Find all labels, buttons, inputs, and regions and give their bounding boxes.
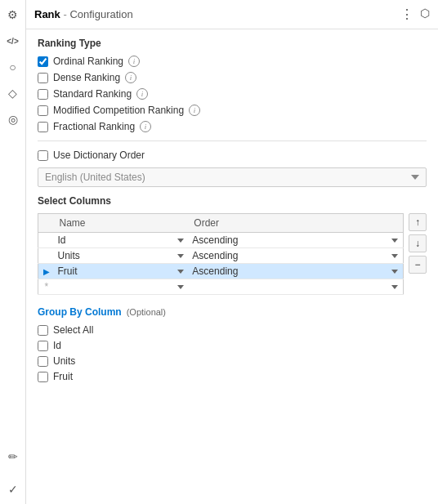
divider-1 [38,140,427,141]
ranking-checkbox-fractional[interactable] [38,122,48,132]
move-down-button[interactable]: ↓ [409,234,427,252]
group-by-item-gb-fruit: Fruit [38,371,427,382]
optional-label: (Optional) [127,307,166,317]
group-by-item-gb-id: Id [38,340,427,351]
info-icon-fractional[interactable]: i [140,121,151,132]
group-by-item-gb-units: Units [38,355,427,367]
col-order-select-2[interactable]: Ascending [192,265,400,277]
col-name-select-0[interactable]: Id [58,234,186,246]
select-columns-section: Select Columns Name Order IdAscendingUni… [38,195,427,295]
select-columns-label: Select Columns [38,195,427,207]
table-row-empty: * [38,279,404,295]
title-text: Rank - Configuration [34,8,133,20]
table-row[interactable]: IdAscending [38,233,404,248]
columns-wrapper: Name Order IdAscendingUnitsAscending▶Fru… [38,213,427,295]
group-by-label-gb-id: Id [53,340,61,351]
ranking-checkbox-ordinal[interactable] [38,56,48,67]
ranking-label-dense: Dense Ranking [53,72,120,83]
group-by-title: Group By Column [38,306,122,318]
table-row[interactable]: ▶FruitAscending [38,264,404,279]
th-order: Order [189,214,403,233]
tag-icon[interactable]: ◇ [5,85,21,101]
move-up-button[interactable]: ↑ [409,213,427,231]
columns-table: Name Order IdAscendingUnitsAscending▶Fru… [38,213,404,295]
ranking-option-ordinal: Ordinal Rankingi [38,56,427,67]
ranking-label-ordinal: Ordinal Ranking [53,56,123,67]
circle-icon[interactable]: ○ [5,59,21,75]
ranking-label-modified: Modified Competition Ranking [53,105,184,116]
ranking-type-label: Ranking Type [38,38,427,49]
ranking-option-fractional: Fractional Rankingi [38,121,427,132]
ranking-label-standard: Standard Ranking [53,88,132,100]
gear-icon[interactable]: ⚙ [5,7,21,23]
info-icon-dense[interactable]: i [125,72,136,83]
ranking-option-standard: Standard Rankingi [38,88,427,100]
locale-select[interactable]: English (United States) [38,167,427,187]
select-all-checkbox[interactable] [38,325,48,336]
table-side-buttons: ↑ ↓ − [409,213,427,274]
settings-icon[interactable]: ◎ [5,111,21,127]
col-order-select-1[interactable]: Ascending [192,250,400,261]
edit-icon[interactable]: ✏ [5,448,21,465]
code-icon[interactable]: </> [5,33,21,49]
group-by-label-gb-units: Units [53,355,75,367]
select-all-row: Select All [38,324,427,336]
ranking-label-fractional: Fractional Ranking [53,121,135,132]
ranking-checkbox-standard[interactable] [38,89,48,100]
th-indicator [38,214,55,233]
group-by-header: Group By Column (Optional) [38,306,427,318]
ranking-checkbox-dense[interactable] [38,73,48,83]
columns-tbody: IdAscendingUnitsAscending▶FruitAscending… [38,233,404,295]
info-icon-standard[interactable]: i [136,88,148,100]
ranking-option-dense: Dense Rankingi [38,72,427,83]
dictionary-order-checkbox[interactable] [38,150,48,161]
group-by-checkbox-gb-id[interactable] [38,341,48,351]
dictionary-order-label: Use Dictionary Order [53,149,145,161]
info-icon-modified[interactable]: i [189,105,200,116]
col-name-select-1[interactable]: Units [58,250,186,261]
ranking-options: Ordinal RankingiDense RankingiStandard R… [38,56,427,132]
select-all-label: Select All [53,324,93,336]
title-bar: Rank - Configuration ⋮ ⬡ [26,0,438,29]
group-by-items: IdUnitsFruit [38,340,427,382]
new-col-order-select[interactable] [192,281,400,292]
locale-wrapper: English (United States) [38,167,427,187]
main-panel: Rank - Configuration ⋮ ⬡ Ranking Type Or… [26,0,438,504]
new-col-name-select[interactable] [58,281,186,292]
col-name-select-2[interactable]: Fruit [58,265,186,277]
info-icon-ordinal[interactable]: i [128,56,140,67]
ranking-checkbox-modified[interactable] [38,105,48,116]
panel-body: Ranking Type Ordinal RankingiDense Ranki… [26,29,438,504]
remove-row-button[interactable]: − [409,256,427,274]
more-icon[interactable]: ⋮ [400,7,413,22]
col-order-select-0[interactable]: Ascending [192,234,400,246]
title-icons: ⋮ ⬡ [400,7,430,22]
row-expander[interactable]: ▶ [43,267,50,276]
group-by-checkbox-gb-units[interactable] [38,356,48,367]
left-sidebar: ⚙ </> ○ ◇ ◎ ✏ ✓ [0,0,26,504]
export-icon[interactable]: ⬡ [420,7,430,22]
check-circle-icon[interactable]: ✓ [5,481,21,497]
ranking-option-modified: Modified Competition Rankingi [38,105,427,116]
dictionary-order-row: Use Dictionary Order [38,149,427,161]
th-name: Name [55,214,190,233]
group-by-label-gb-fruit: Fruit [53,371,73,382]
table-row[interactable]: UnitsAscending [38,248,404,264]
group-by-checkbox-gb-fruit[interactable] [38,372,48,382]
group-by-section: Group By Column (Optional) Select All Id… [38,306,427,382]
